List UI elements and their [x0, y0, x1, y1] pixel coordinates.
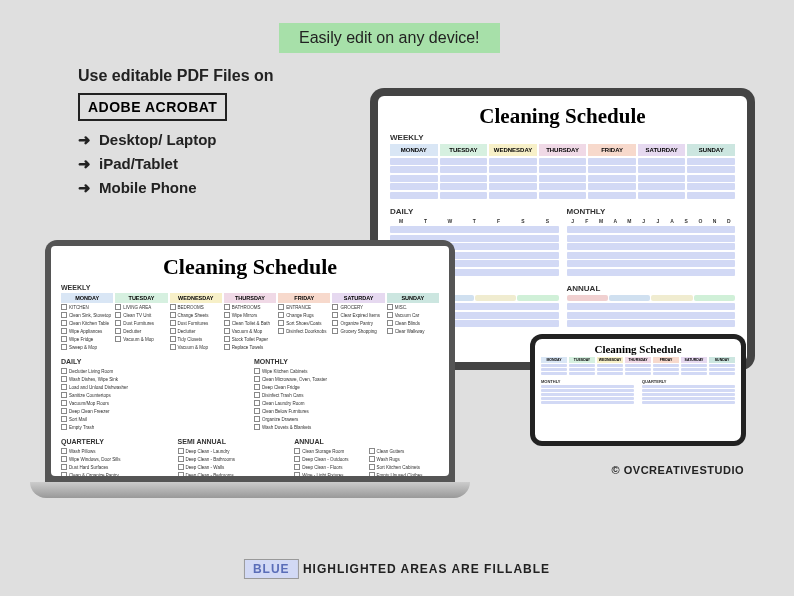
- phone-mockup: Cleaning Schedule MONDAY TUESDAY WEDNESD…: [530, 334, 746, 446]
- promo-banner: Easily edit on any device!: [279, 23, 500, 53]
- footer-text: HIGHLIGHTED AREAS ARE FILLABLE: [303, 562, 550, 576]
- weekly-grid: MONDAY TUESDAY WEDNESDAY THURSDAY FRIDAY…: [390, 144, 735, 200]
- device-phone: Mobile Phone: [78, 179, 348, 197]
- footer-note: BLUE HIGHLIGHTED AREAS ARE FILLABLE: [244, 562, 550, 576]
- marketing-heading: Use editable PDF Files on: [78, 67, 348, 85]
- device-tablet: iPad/Tablet: [78, 155, 348, 173]
- page-title: Cleaning Schedule: [61, 254, 439, 280]
- adobe-badge: ADOBE ACROBAT: [78, 93, 227, 121]
- device-list: Desktop/ Laptop iPad/Tablet Mobile Phone: [78, 131, 348, 197]
- weekly-label: WEEKLY: [390, 133, 735, 142]
- page-title: Cleaning Schedule: [390, 104, 735, 129]
- laptop-mockup: Cleaning Schedule WEEKLY MONDAYKITCHENCl…: [45, 240, 455, 520]
- marketing-block: Use editable PDF Files on ADOBE ACROBAT …: [78, 67, 348, 203]
- credit-text: © OVCREATIVESTUDIO: [612, 464, 744, 476]
- blue-badge: BLUE: [244, 559, 299, 579]
- device-desktop: Desktop/ Laptop: [78, 131, 348, 149]
